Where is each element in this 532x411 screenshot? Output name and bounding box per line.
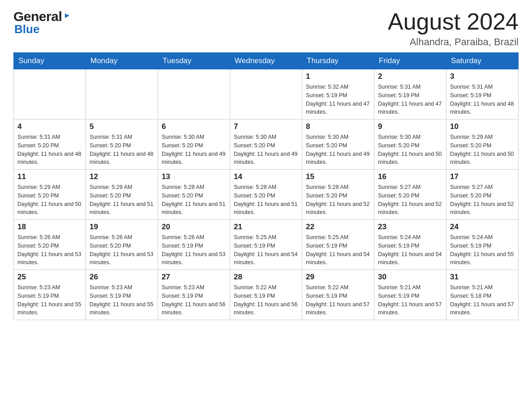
- calendar-cell: 29Sunrise: 5:22 AMSunset: 5:19 PMDayligh…: [302, 270, 374, 320]
- title-block: August 2024 Alhandra, Paraiba, Brazil: [388, 9, 519, 48]
- calendar-header-row: SundayMondayTuesdayWednesdayThursdayFrid…: [14, 53, 519, 69]
- calendar-cell: 18Sunrise: 5:26 AMSunset: 5:20 PMDayligh…: [14, 220, 86, 270]
- day-of-week-header: Thursday: [302, 53, 374, 69]
- day-info: Sunrise: 5:30 AMSunset: 5:20 PMDaylight:…: [306, 133, 370, 167]
- calendar-cell: [158, 69, 230, 120]
- day-number: 25: [17, 273, 82, 282]
- day-number: 17: [450, 172, 515, 181]
- calendar-cell: 25Sunrise: 5:23 AMSunset: 5:19 PMDayligh…: [14, 270, 86, 320]
- day-number: 18: [17, 223, 82, 231]
- calendar-cell: 20Sunrise: 5:26 AMSunset: 5:19 PMDayligh…: [158, 220, 230, 270]
- svg-marker-0: [65, 13, 69, 18]
- day-info: Sunrise: 5:25 AMSunset: 5:19 PMDaylight:…: [234, 233, 298, 267]
- day-info: Sunrise: 5:29 AMSunset: 5:20 PMDaylight:…: [90, 183, 154, 217]
- day-number: 11: [17, 172, 82, 181]
- day-number: 10: [450, 122, 515, 131]
- calendar-week-row: 11Sunrise: 5:29 AMSunset: 5:20 PMDayligh…: [14, 170, 519, 220]
- calendar-cell: 9Sunrise: 5:30 AMSunset: 5:20 PMDaylight…: [374, 120, 446, 170]
- day-info: Sunrise: 5:25 AMSunset: 5:19 PMDaylight:…: [306, 233, 370, 267]
- calendar-cell: 26Sunrise: 5:23 AMSunset: 5:19 PMDayligh…: [86, 270, 158, 320]
- calendar-cell: 13Sunrise: 5:28 AMSunset: 5:20 PMDayligh…: [158, 170, 230, 220]
- day-number: 30: [378, 273, 442, 282]
- day-number: 3: [450, 72, 515, 81]
- calendar-cell: 14Sunrise: 5:28 AMSunset: 5:20 PMDayligh…: [230, 170, 302, 220]
- day-of-week-header: Tuesday: [158, 53, 230, 69]
- day-info: Sunrise: 5:23 AMSunset: 5:19 PMDaylight:…: [162, 283, 226, 317]
- calendar-cell: 27Sunrise: 5:23 AMSunset: 5:19 PMDayligh…: [158, 270, 230, 320]
- calendar-cell: 16Sunrise: 5:27 AMSunset: 5:20 PMDayligh…: [374, 170, 446, 220]
- calendar-cell: 8Sunrise: 5:30 AMSunset: 5:20 PMDaylight…: [302, 120, 374, 170]
- calendar-cell: 3Sunrise: 5:31 AMSunset: 5:19 PMDaylight…: [446, 69, 519, 120]
- day-number: 29: [306, 273, 370, 282]
- day-info: Sunrise: 5:21 AMSunset: 5:19 PMDaylight:…: [378, 283, 442, 317]
- day-info: Sunrise: 5:30 AMSunset: 5:20 PMDaylight:…: [378, 133, 442, 167]
- calendar-cell: 11Sunrise: 5:29 AMSunset: 5:20 PMDayligh…: [14, 170, 86, 220]
- day-number: 8: [306, 122, 370, 131]
- day-number: 5: [90, 122, 154, 131]
- logo-general-text: General: [13, 9, 62, 24]
- day-of-week-header: Monday: [86, 53, 158, 69]
- calendar-cell: [230, 69, 302, 120]
- day-number: 24: [450, 223, 515, 231]
- calendar-week-row: 18Sunrise: 5:26 AMSunset: 5:20 PMDayligh…: [14, 220, 519, 270]
- day-info: Sunrise: 5:26 AMSunset: 5:19 PMDaylight:…: [162, 233, 226, 267]
- day-number: 21: [234, 223, 298, 231]
- day-number: 20: [162, 223, 226, 231]
- calendar-cell: 30Sunrise: 5:21 AMSunset: 5:19 PMDayligh…: [374, 270, 446, 320]
- day-info: Sunrise: 5:29 AMSunset: 5:20 PMDaylight:…: [450, 133, 515, 167]
- day-number: 7: [234, 122, 298, 131]
- day-info: Sunrise: 5:31 AMSunset: 5:20 PMDaylight:…: [17, 133, 82, 167]
- day-info: Sunrise: 5:32 AMSunset: 5:19 PMDaylight:…: [306, 83, 370, 116]
- day-info: Sunrise: 5:26 AMSunset: 5:20 PMDaylight:…: [17, 233, 82, 267]
- day-info: Sunrise: 5:28 AMSunset: 5:20 PMDaylight:…: [234, 183, 298, 217]
- day-number: 4: [17, 122, 82, 131]
- calendar-cell: 17Sunrise: 5:27 AMSunset: 5:20 PMDayligh…: [446, 170, 519, 220]
- calendar-cell: 19Sunrise: 5:26 AMSunset: 5:20 PMDayligh…: [86, 220, 158, 270]
- day-number: 22: [306, 223, 370, 231]
- day-info: Sunrise: 5:22 AMSunset: 5:19 PMDaylight:…: [234, 283, 298, 317]
- day-number: 15: [306, 172, 370, 181]
- day-info: Sunrise: 5:24 AMSunset: 5:19 PMDaylight:…: [378, 233, 442, 267]
- calendar-cell: 7Sunrise: 5:30 AMSunset: 5:20 PMDaylight…: [230, 120, 302, 170]
- day-info: Sunrise: 5:31 AMSunset: 5:19 PMDaylight:…: [378, 83, 442, 116]
- day-info: Sunrise: 5:24 AMSunset: 5:19 PMDaylight:…: [450, 233, 515, 267]
- calendar-cell: 2Sunrise: 5:31 AMSunset: 5:19 PMDaylight…: [374, 69, 446, 120]
- day-info: Sunrise: 5:30 AMSunset: 5:20 PMDaylight:…: [234, 133, 298, 167]
- day-number: 12: [90, 172, 154, 181]
- day-of-week-header: Friday: [374, 53, 446, 69]
- day-info: Sunrise: 5:27 AMSunset: 5:20 PMDaylight:…: [378, 183, 442, 217]
- day-number: 27: [162, 273, 226, 282]
- calendar-cell: 12Sunrise: 5:29 AMSunset: 5:20 PMDayligh…: [86, 170, 158, 220]
- calendar-week-row: 4Sunrise: 5:31 AMSunset: 5:20 PMDaylight…: [14, 120, 519, 170]
- calendar-cell: 21Sunrise: 5:25 AMSunset: 5:19 PMDayligh…: [230, 220, 302, 270]
- calendar-cell: 31Sunrise: 5:21 AMSunset: 5:18 PMDayligh…: [446, 270, 519, 320]
- day-of-week-header: Saturday: [446, 53, 519, 69]
- calendar-cell: 4Sunrise: 5:31 AMSunset: 5:20 PMDaylight…: [14, 120, 86, 170]
- day-of-week-header: Sunday: [14, 53, 86, 69]
- calendar-cell: [86, 69, 158, 120]
- calendar-week-row: 1Sunrise: 5:32 AMSunset: 5:19 PMDaylight…: [14, 69, 519, 120]
- day-info: Sunrise: 5:21 AMSunset: 5:18 PMDaylight:…: [450, 283, 515, 317]
- day-info: Sunrise: 5:31 AMSunset: 5:20 PMDaylight:…: [90, 133, 154, 167]
- day-number: 16: [378, 172, 442, 181]
- day-info: Sunrise: 5:29 AMSunset: 5:20 PMDaylight:…: [17, 183, 82, 217]
- calendar-cell: [14, 69, 86, 120]
- page-header: General Blue August 2024 Alhandra, Parai…: [13, 9, 519, 48]
- day-number: 14: [234, 172, 298, 181]
- day-info: Sunrise: 5:27 AMSunset: 5:20 PMDaylight:…: [450, 183, 515, 217]
- calendar-cell: 6Sunrise: 5:30 AMSunset: 5:20 PMDaylight…: [158, 120, 230, 170]
- day-info: Sunrise: 5:28 AMSunset: 5:20 PMDaylight:…: [306, 183, 370, 217]
- logo-blue-text: Blue: [14, 22, 71, 36]
- calendar-cell: 22Sunrise: 5:25 AMSunset: 5:19 PMDayligh…: [302, 220, 374, 270]
- day-number: 26: [90, 273, 154, 282]
- location-subtitle: Alhandra, Paraiba, Brazil: [388, 36, 519, 48]
- calendar-table: SundayMondayTuesdayWednesdayThursdayFrid…: [13, 52, 519, 320]
- day-number: 28: [234, 273, 298, 282]
- day-number: 9: [378, 122, 442, 131]
- calendar-cell: 15Sunrise: 5:28 AMSunset: 5:20 PMDayligh…: [302, 170, 374, 220]
- calendar-cell: 28Sunrise: 5:22 AMSunset: 5:19 PMDayligh…: [230, 270, 302, 320]
- calendar-cell: 1Sunrise: 5:32 AMSunset: 5:19 PMDaylight…: [302, 69, 374, 120]
- day-number: 6: [162, 122, 226, 131]
- day-info: Sunrise: 5:30 AMSunset: 5:20 PMDaylight:…: [162, 133, 226, 167]
- day-info: Sunrise: 5:22 AMSunset: 5:19 PMDaylight:…: [306, 283, 370, 317]
